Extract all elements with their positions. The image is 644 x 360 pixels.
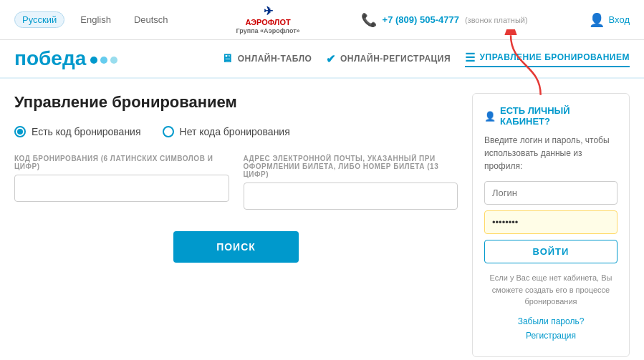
radio-group: Есть код бронирования Нет кода бронирова… [14, 126, 458, 137]
nav-manage-booking[interactable]: ☰ УПРАВЛЕНИЕ БРОНИРОВАНИЕМ [465, 51, 630, 67]
language-selector: Русский English Deutsch [14, 11, 176, 28]
radio-no-code[interactable]: Нет кода бронирования [163, 126, 290, 137]
password-input[interactable] [484, 210, 617, 234]
lang-english[interactable]: English [73, 12, 118, 27]
nav-links: 🖥 ОНЛАЙН-ТАБЛО ✔ ОНЛАЙН-РЕГИСТРАЦИЯ ☰ УП… [221, 51, 630, 67]
sidebar-title: 👤 ЕСТЬ ЛИЧНЫЙ КАБИНЕТ? [484, 105, 617, 127]
pobeda-logo: победа [14, 47, 117, 70]
radio-has-code-circle [14, 126, 26, 137]
aeroflot-logo-section: ✈ АЭРОФЛОТ Группа «Аэрофлот» [236, 4, 300, 35]
nav-online-checkin[interactable]: ✔ ОНЛАЙН-РЕГИСТРАЦИЯ [326, 52, 451, 66]
radio-no-code-circle [163, 126, 174, 137]
nav-booking-label: УПРАВЛЕНИЕ БРОНИРОВАНИЕМ [480, 52, 630, 62]
sidebar-title-text: ЕСТЬ ЛИЧНЫЙ КАБИНЕТ? [500, 105, 617, 127]
sidebar-description: Введите логин и пароль, чтобы использова… [484, 134, 617, 172]
booking-code-group: КОД БРОНИРОВАНИЯ (6 ЛАТИНСКИХ СИМВОЛОВ И… [14, 155, 229, 210]
top-bar: Русский English Deutsch ✈ АЭРОФЛОТ Групп… [0, 0, 644, 40]
forgot-password-link[interactable]: Забыли пароль? [484, 316, 617, 326]
booking-code-input[interactable] [14, 175, 229, 202]
login-label: Вход [609, 14, 630, 25]
email-group: АДРЕС ЭЛЕКТРОННОЙ ПОЧТЫ, УКАЗАННЫЙ ПРИ О… [244, 155, 458, 210]
sidebar-note: Если у Вас еще нет кабинета, Вы сможете … [484, 272, 617, 308]
user-icon: 👤 [589, 12, 605, 28]
login-input[interactable] [484, 181, 617, 205]
content-wrapper: Управление бронированием Есть код бронир… [0, 79, 644, 360]
booking-icon: ☰ [465, 51, 476, 64]
register-link[interactable]: Регистрация [484, 331, 617, 341]
dot-1 [90, 57, 97, 64]
nav-online-board[interactable]: 🖥 ОНЛАЙН-ТАБЛО [221, 52, 312, 65]
aeroflot-name: АЭРОФЛОТ [245, 18, 290, 27]
login-section[interactable]: 👤 Вход [589, 12, 630, 28]
email-label: АДРЕС ЭЛЕКТРОННОЙ ПОЧТЫ, УКАЗАННЫЙ ПРИ О… [244, 155, 458, 178]
phone-number: +7 (809) 505-4777 [383, 14, 459, 25]
search-button[interactable]: ПОИСК [173, 231, 299, 263]
sidebar: 👤 ЕСТЬ ЛИЧНЫЙ КАБИНЕТ? Введите логин и п… [472, 93, 630, 357]
lang-russian[interactable]: Русский [14, 11, 64, 28]
monitor-icon: 🖥 [221, 52, 234, 65]
nav-checkin-label: ОНЛАЙН-РЕГИСТРАЦИЯ [340, 54, 451, 64]
search-btn-row: ПОИСК [14, 231, 458, 263]
main-content: Управление бронированием Есть код бронир… [14, 93, 458, 357]
radio-has-code[interactable]: Есть код бронирования [14, 126, 141, 137]
phone-note: (звонок платный) [465, 16, 528, 24]
logo-text: победа [14, 47, 86, 70]
lang-deutsch[interactable]: Deutsch [127, 12, 176, 27]
dot-2 [100, 57, 107, 64]
page-title: Управление бронированием [14, 93, 458, 112]
login-button[interactable]: ВОЙТИ [484, 240, 617, 263]
email-input[interactable] [244, 183, 458, 210]
sidebar-user-icon: 👤 [484, 111, 496, 122]
aeroflot-icon: ✈ [264, 4, 273, 18]
main-nav: победа 🖥 ОНЛАЙН-ТАБЛО ✔ ОНЛАЙН-РЕГИСТРАЦ… [0, 40, 644, 79]
form-row: КОД БРОНИРОВАНИЯ (6 ЛАТИНСКИХ СИМВОЛОВ И… [14, 155, 458, 210]
booking-code-label: КОД БРОНИРОВАНИЯ (6 ЛАТИНСКИХ СИМВОЛОВ И… [14, 155, 229, 170]
checkin-icon: ✔ [326, 52, 336, 66]
aeroflot-logo: ✈ АЭРОФЛОТ Группа «Аэрофлот» [236, 4, 300, 35]
logo-dots [90, 57, 117, 64]
radio-no-code-label: Нет кода бронирования [180, 126, 290, 137]
phone-section: 📞 +7 (809) 505-4777 (звонок платный) [361, 12, 528, 28]
nav-board-label: ОНЛАЙН-ТАБЛО [238, 54, 312, 64]
radio-has-code-label: Есть код бронирования [32, 126, 141, 137]
aeroflot-sub: Группа «Аэрофлот» [236, 27, 300, 35]
dot-3 [110, 57, 117, 64]
phone-icon: 📞 [361, 12, 377, 28]
